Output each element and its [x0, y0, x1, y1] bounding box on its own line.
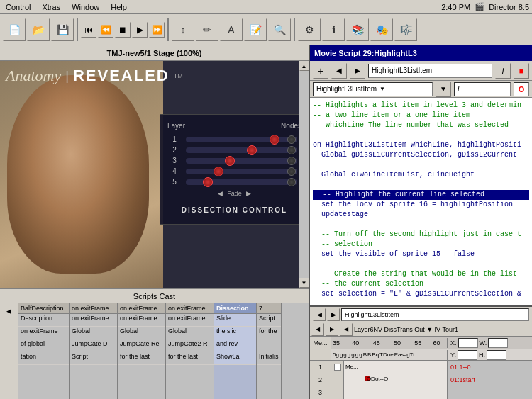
menu-xtras[interactable]: Xtras — [39, 2, 63, 12]
cast-nav-prev[interactable]: ◀ — [2, 305, 16, 317]
menu-window[interactable]: Window — [69, 2, 102, 12]
cast-col-0-cell-3: tation — [18, 352, 69, 365]
tl-field[interactable]: HighlightL3ListItem — [341, 308, 529, 321]
slider-2[interactable]: 2 — [167, 146, 301, 154]
slider-3-track[interactable] — [186, 158, 297, 164]
y-field[interactable] — [458, 350, 477, 360]
ch-2-icon — [331, 373, 344, 386]
cast-btn[interactable]: 🎭 — [370, 18, 393, 41]
tl-next-btn[interactable]: ▶ — [327, 308, 340, 321]
scroll-down-btn[interactable]: ▼ — [299, 278, 309, 288]
score-marker-12: gTr — [406, 352, 415, 358]
cast-col-4-cell-1: the slic — [214, 327, 256, 339]
script-prev-btn[interactable]: ◀ — [331, 63, 347, 79]
score-marker-6: g — [359, 352, 362, 358]
h-field[interactable] — [487, 350, 506, 360]
toolbar-sep2 — [167, 18, 169, 41]
menu-help[interactable]: Help — [108, 2, 130, 12]
cast-col-0: BalfDescription Description on exitFrame… — [18, 303, 70, 399]
face-shape — [7, 75, 149, 274]
tl-field-value: HighlightL3ListItem — [345, 311, 399, 318]
stop-btn-2[interactable]: O — [514, 82, 529, 96]
tool2[interactable]: ✏ — [196, 18, 218, 41]
play-btn[interactable]: ▶ — [132, 22, 148, 38]
time-35: 35 — [333, 339, 340, 347]
cast-col-num-cell-0: Script — [257, 314, 281, 327]
ch-nav-up[interactable]: ◀ — [340, 323, 353, 336]
script-add-btn[interactable]: + — [313, 63, 328, 79]
toolbar-sep3 — [294, 18, 295, 41]
slider-3-thumb[interactable] — [225, 156, 235, 166]
prop-btn[interactable]: ⚙ — [298, 18, 321, 41]
font-field[interactable]: L — [454, 82, 511, 96]
script-next-btn[interactable]: ▶ — [350, 63, 365, 79]
script-content[interactable]: -- Highlights a list item in level 3 and… — [310, 98, 532, 305]
ch-1-sprite — [334, 364, 341, 371]
script-dropdown-2[interactable]: HighlightL3ListItem ▼ — [313, 82, 433, 96]
ch-1-content[interactable]: Me... — [344, 361, 447, 373]
slider-5[interactable]: 5 — [167, 178, 301, 186]
rewind-btn[interactable]: ⏮ — [81, 22, 96, 38]
new-btn[interactable]: 📄 — [3, 18, 26, 41]
stage-area[interactable]: Anatomy | REVEALED TM Layer Nodes 1 — [0, 61, 309, 288]
save-btn[interactable]: 💾 — [51, 18, 74, 41]
slider-5-track[interactable] — [186, 179, 297, 185]
ch-1-text: Me... — [345, 364, 358, 370]
slider-4-thumb[interactable] — [214, 167, 223, 176]
slider-5-thumb[interactable] — [203, 177, 213, 187]
score-marker-4: g — [351, 352, 354, 358]
step-fwd-btn[interactable]: ⏩ — [149, 22, 165, 38]
tool4[interactable]: 📝 — [244, 18, 267, 41]
score-marker-3: g — [348, 352, 350, 358]
cast-col-3-cell-2: JumpGate2 R — [166, 339, 214, 352]
menu-control[interactable]: Control — [3, 2, 33, 12]
ch-1-ref: 01:1--0 — [450, 364, 471, 371]
script-stop-btn[interactable]: ■ — [514, 63, 529, 79]
cast-col-3-cell-3: for the last — [166, 352, 214, 365]
info-btn[interactable]: ℹ — [322, 18, 345, 41]
ch-1-label: 1 — [310, 361, 331, 373]
slider-1-thumb[interactable] — [270, 135, 279, 145]
cast-col-1-cell-2: JumpGate D — [70, 339, 117, 352]
slider-1[interactable]: 1 — [167, 135, 301, 143]
script-dropdown-2-value: HighlightL3ListItem — [316, 85, 377, 93]
slider-2-thumb[interactable] — [247, 145, 257, 155]
cast-col-3: on exitFrame on exitFrame Global JumpGat… — [166, 303, 214, 399]
cast-col-1-header: on exitFrame — [70, 303, 117, 314]
slider-4[interactable]: 4 — [167, 167, 301, 175]
tool3[interactable]: A — [220, 18, 243, 41]
app-window: Control Xtras Window Help 2:40 PM 🎬 Dire… — [0, 0, 532, 399]
stage-scrollbar[interactable]: ▲ ▼ — [299, 61, 309, 288]
w-field[interactable] — [488, 338, 508, 348]
score-marker-1: g — [340, 352, 343, 358]
code-line-1: -- a two line item or a one line item — [313, 111, 529, 120]
script-name-field[interactable]: HighlightL3ListItem — [368, 64, 492, 78]
fade-arrow-right: ▶ — [246, 190, 251, 197]
slider-4-track[interactable] — [186, 169, 297, 174]
code-line-10: set the locv of sprite 16 = highlightPos… — [313, 200, 529, 210]
tool1[interactable]: ↕ — [172, 18, 194, 41]
tool5[interactable]: 🔍 — [268, 18, 291, 41]
ch-nav-right[interactable]: ▶ — [326, 323, 338, 336]
tl-prev-btn[interactable]: ◀ — [313, 308, 326, 321]
scroll-up-btn[interactable]: ▲ — [299, 61, 309, 71]
slider-1-track[interactable] — [186, 137, 297, 142]
slider-3[interactable]: 3 — [167, 157, 301, 164]
step-back-btn[interactable]: ⏪ — [98, 22, 113, 38]
code-line-6 — [313, 160, 529, 170]
right-section: Movie Script 29:HighlightL3 + ◀ ▶ Highli… — [309, 45, 532, 399]
ch-3-content[interactable] — [344, 386, 447, 399]
lib-btn[interactable]: 📚 — [346, 18, 369, 41]
script-dd-btn[interactable]: ▼ — [436, 82, 451, 97]
ch-2-content[interactable]: ODot--O — [344, 373, 447, 386]
slider-2-track[interactable] — [186, 147, 297, 153]
ch-nav-left[interactable]: ◀ — [311, 323, 324, 336]
cast-col-2-cell-0: on exitFrame — [118, 314, 165, 327]
open-btn[interactable]: 📂 — [27, 18, 50, 41]
script-italic-btn[interactable]: I — [495, 63, 511, 79]
cast-col-4-header: Dissection — [214, 303, 256, 314]
score-btn[interactable]: 🎼 — [394, 18, 417, 41]
x-field[interactable] — [458, 338, 478, 348]
stop-btn[interactable]: ⏹ — [115, 22, 131, 38]
code-line-19: set selection = "L" & gDissL1CurrentSele… — [313, 289, 529, 299]
